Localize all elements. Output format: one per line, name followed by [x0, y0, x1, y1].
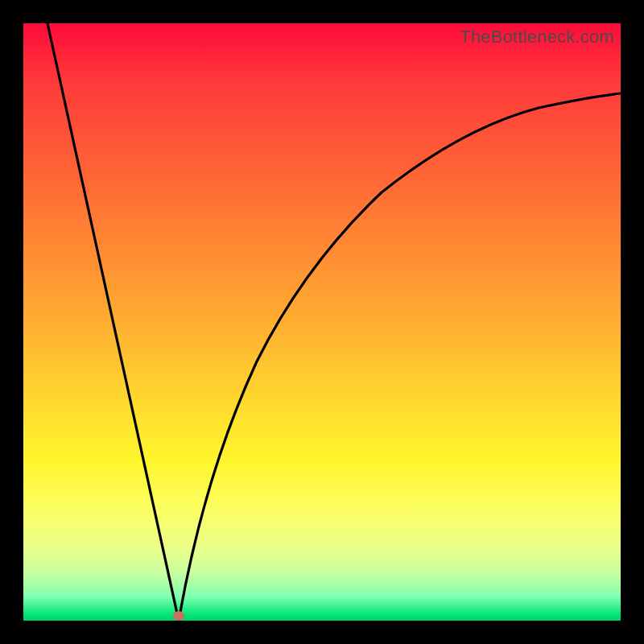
right-curve [179, 93, 621, 621]
curve-layer [23, 23, 621, 621]
plot-area: TheBottleneck.com [23, 23, 621, 621]
left-line [47, 23, 179, 621]
minimum-marker [173, 611, 184, 621]
chart-frame: TheBottleneck.com [0, 0, 644, 644]
